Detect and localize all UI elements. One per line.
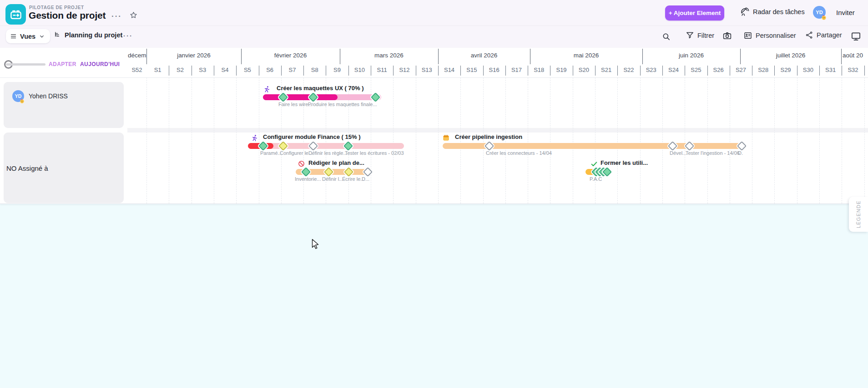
week-gridline	[662, 77, 663, 204]
header-divider	[0, 26, 868, 26]
week-label: S7	[281, 66, 303, 73]
hamburger-icon	[10, 33, 17, 40]
week-gridline	[730, 77, 730, 204]
week-label: S28	[752, 66, 774, 73]
milestone-label: Configurer le...	[280, 150, 313, 156]
week-gridline	[460, 77, 461, 204]
milestone-diamond[interactable]	[308, 141, 318, 150]
week-label: S14	[438, 66, 460, 73]
task-title[interactable]: Rédiger le plan de...	[308, 159, 364, 166]
week-separator	[617, 66, 618, 76]
week-separator	[550, 66, 550, 76]
share-button[interactable]: Partager	[805, 31, 842, 39]
week-gridline	[483, 77, 484, 204]
more-menu-icon[interactable]: ···	[111, 12, 122, 21]
snapshot-button[interactable]	[722, 31, 732, 41]
views-label: Vues	[20, 33, 35, 40]
week-gridline	[169, 77, 169, 204]
milestone-diamond[interactable]	[343, 141, 353, 150]
page-title: Gestion de projet	[29, 10, 106, 21]
milestone-diamond[interactable]	[323, 167, 333, 176]
gantt-bar[interactable]	[248, 143, 404, 149]
week-gridline	[393, 77, 394, 204]
personalize-button[interactable]: Personnaliser	[743, 31, 796, 40]
task-title[interactable]: Créer pipeline ingestion	[455, 133, 522, 140]
week-separator	[438, 66, 439, 76]
app-logo-battery-icon[interactable]	[5, 4, 26, 25]
week-gridline	[214, 77, 214, 204]
week-label: S32	[842, 66, 864, 73]
milestone-diamond[interactable]	[301, 167, 310, 176]
zoom-slider-track[interactable]	[6, 63, 45, 66]
search-button[interactable]	[662, 32, 671, 41]
week-separator	[483, 66, 484, 76]
task-title[interactable]: Former les utili...	[601, 159, 648, 166]
assignee-name: Yohen DRISS	[29, 92, 68, 100]
favorite-star-icon[interactable]	[129, 11, 138, 20]
milestone-diamond[interactable]	[308, 92, 318, 102]
week-label: S17	[505, 66, 528, 73]
milestone-diamond[interactable]	[278, 92, 288, 102]
month-separator	[438, 49, 439, 64]
legend-tab[interactable]: LÉGENDE	[849, 197, 868, 232]
assignee-row-yohen[interactable]: YD Yohen DRISS	[4, 82, 124, 128]
add-element-button[interactable]: + Ajouter Element	[665, 5, 724, 20]
today-button[interactable]: AUJOURD'HUI	[80, 61, 120, 67]
week-separator	[416, 66, 416, 76]
runner-icon	[251, 134, 258, 142]
week-label: S11	[371, 66, 393, 73]
milestone-diamond[interactable]	[667, 141, 677, 150]
week-label: S2	[169, 66, 191, 73]
assignee-row-unassigned[interactable]: NO Assigné à	[4, 133, 124, 203]
milestone-diamond[interactable]	[370, 92, 380, 102]
badge-card-icon	[743, 31, 752, 40]
party-emoji-badge	[821, 15, 827, 20]
views-menu-button[interactable]: Vues	[6, 29, 50, 43]
week-label: S24	[662, 66, 685, 73]
current-view-tab[interactable]: Planning du projet	[54, 31, 122, 39]
milestone-diamond[interactable]	[484, 141, 494, 150]
party-emoji-badge	[20, 98, 25, 103]
task-title[interactable]: Créer les maquettes UX ( 70% )	[277, 85, 363, 92]
milestone-diamond[interactable]	[737, 141, 746, 150]
week-separator	[774, 66, 775, 76]
milestone-diamond[interactable]	[343, 167, 353, 176]
mouse-cursor	[310, 238, 321, 250]
fit-button[interactable]: ADAPTER	[49, 61, 76, 67]
week-separator	[259, 66, 259, 76]
row-separator-band	[127, 128, 868, 133]
view-more-menu-icon[interactable]: ···	[123, 32, 133, 40]
week-separator	[662, 66, 663, 76]
week-separator	[797, 66, 797, 76]
monitor-icon	[851, 31, 861, 41]
invite-button[interactable]: Inviter	[836, 9, 855, 16]
week-separator	[819, 66, 820, 76]
task-radar-button[interactable]: Radar des tâches	[740, 7, 805, 17]
task-title[interactable]: Configurer module Finance ( 15% )	[263, 133, 361, 140]
milestone-diamond[interactable]	[684, 141, 694, 150]
week-separator	[528, 66, 528, 76]
view-name-label: Planning du projet	[65, 31, 122, 39]
week-label: S15	[460, 66, 483, 73]
milestone-diamond[interactable]	[278, 141, 288, 150]
week-gridline	[774, 77, 775, 204]
week-label: S30	[797, 66, 819, 73]
presentation-button[interactable]	[851, 31, 861, 41]
week-gridline	[752, 77, 752, 204]
week-separator	[730, 66, 730, 76]
filter-button[interactable]: Filtrer	[686, 31, 714, 40]
milestone-diamond[interactable]	[258, 141, 267, 150]
week-separator	[236, 66, 237, 76]
calendar-icon	[443, 134, 450, 142]
month-separator	[146, 49, 147, 64]
milestone-label: Créer les connecteurs - 14/04	[486, 150, 552, 156]
milestone-label: Dével...	[670, 150, 686, 156]
radar-dish-icon	[740, 7, 750, 17]
month-separator	[241, 49, 242, 64]
month-separator	[740, 49, 741, 64]
month-label: janvier 2026	[146, 52, 241, 59]
week-separator	[505, 66, 506, 76]
week-label: S16	[483, 66, 505, 73]
week-separator	[169, 66, 169, 76]
personalize-label: Personnaliser	[756, 32, 796, 39]
